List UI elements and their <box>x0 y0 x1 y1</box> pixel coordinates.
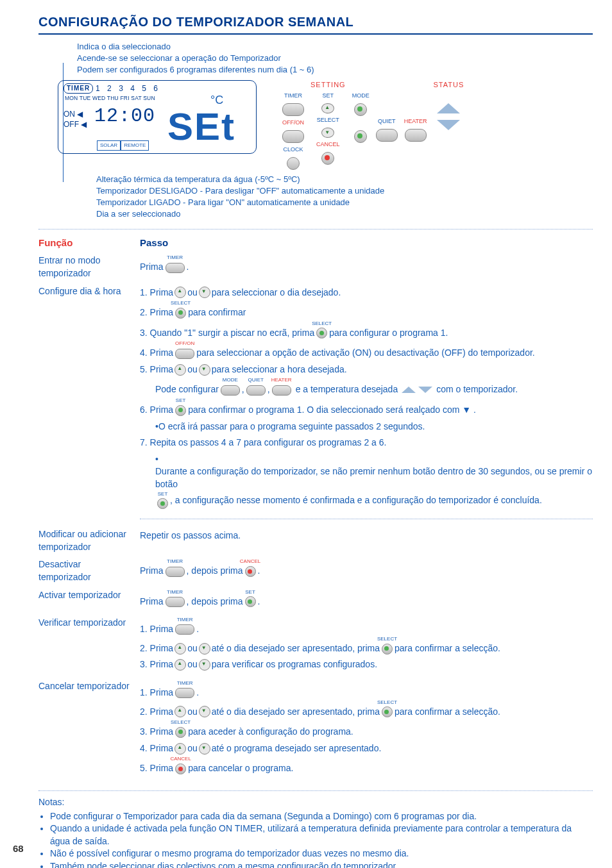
r1-end: . <box>187 261 189 274</box>
over-cancel2: CANCEL <box>170 755 191 762</box>
temp-down-icon[interactable] <box>418 387 432 393</box>
up-icon4[interactable] <box>174 659 186 671</box>
r7s2a: 2. Prima <box>140 706 173 719</box>
r2s5h: com o temporizador. <box>436 383 518 396</box>
lcd-timer-label: TIMER <box>64 83 93 94</box>
cp-timer-label: TIMER <box>284 93 302 99</box>
set-icon[interactable] <box>175 405 186 416</box>
temp-up-icon[interactable] <box>402 387 416 393</box>
r7s3a: 3. Prima <box>140 726 173 739</box>
quiet-button[interactable] <box>376 129 398 142</box>
heater-button[interactable] <box>405 129 427 142</box>
note-1: Pode configurar o Temporizador para cada… <box>50 810 593 823</box>
note-3: Não é possível configurar o mesmo progra… <box>50 847 593 860</box>
mode-icon[interactable] <box>221 385 240 396</box>
offon-button[interactable] <box>282 130 304 143</box>
r2s7b: Durante a configuração do temporizador, … <box>155 465 593 490</box>
over-timer3: TIMER <box>167 588 183 596</box>
r2s4a: 4. Prima <box>140 347 173 360</box>
down-icon6[interactable] <box>199 743 210 755</box>
up-icon6[interactable] <box>174 743 186 755</box>
temp-down-button[interactable] <box>437 120 460 130</box>
select-button[interactable] <box>354 130 367 143</box>
row-activate-label: Activar temporizador <box>38 587 140 615</box>
lcd-on: ON <box>64 110 75 119</box>
timer-button-inline[interactable] <box>166 263 185 273</box>
mode-button[interactable] <box>354 103 367 116</box>
cp-cancel-label: CANCEL <box>316 142 340 148</box>
clock-button[interactable] <box>287 157 300 170</box>
timer-button[interactable] <box>282 103 304 116</box>
down-icon[interactable] <box>199 287 210 298</box>
cancel-button[interactable] <box>321 152 334 165</box>
lcd-remote: REMOTE <box>121 140 149 150</box>
cancel-icon[interactable] <box>245 566 256 577</box>
cancel-icon2[interactable] <box>175 764 186 774</box>
r7s5b: para cancelar o programa. <box>188 762 293 775</box>
heater-icon[interactable] <box>272 385 291 396</box>
r1-prima: Prima <box>140 261 164 274</box>
offon-icon[interactable] <box>175 349 194 359</box>
down-button[interactable] <box>321 128 334 138</box>
over-cancel: CANCEL <box>240 558 260 565</box>
select-icon4[interactable] <box>382 706 393 717</box>
down-icon4[interactable] <box>199 659 210 671</box>
r2s6b: para confirmar o programa 1. O dia selec… <box>188 404 476 417</box>
r2s2a: 2. Prima <box>140 306 173 319</box>
over-set: SET <box>176 397 186 404</box>
r6s3c: para verificar os programas configurados… <box>212 658 377 671</box>
r2s5a: 5. Prima <box>140 363 173 376</box>
timer-icon4[interactable] <box>175 624 194 635</box>
r2s1c: para seleccionar o dia desejado. <box>212 287 341 299</box>
over-set2: SET <box>158 490 168 497</box>
over-select2: SELECT <box>312 320 332 327</box>
annot-thermal-shift: Alteração térmica da temperatura da água… <box>96 174 593 185</box>
r2s4b: para seleccionar a opção de activação (O… <box>196 347 535 360</box>
down-icon2[interactable] <box>199 364 210 376</box>
r2s3a: 3. Quando "1" surgir a piscar no ecrã, p… <box>140 327 314 340</box>
quiet-icon[interactable] <box>246 385 266 396</box>
over-select5: SELECT <box>171 719 191 726</box>
up-icon3[interactable] <box>174 643 186 655</box>
timer-icon3[interactable] <box>166 597 185 607</box>
set-icon2[interactable] <box>157 498 168 509</box>
cp-select-label: SELECT <box>317 117 339 124</box>
select-icon2[interactable] <box>316 328 327 338</box>
setting-header: SETTING <box>310 80 346 89</box>
annot-timer-off: Temporizador DESLIGADO - Para desligar "… <box>96 185 593 197</box>
select-icon[interactable] <box>175 308 186 319</box>
timer-icon5[interactable] <box>175 688 194 698</box>
r5c: . <box>258 596 260 608</box>
temp-up-button[interactable] <box>437 103 460 113</box>
r6s2c: até o dia desejado ser apresentado, prim… <box>212 642 380 655</box>
cp-offon-label: OFF/ON <box>282 120 304 126</box>
r7s2b: ou <box>187 706 198 719</box>
r6s1b: . <box>196 623 199 636</box>
r2s1a: 1. Prima <box>140 287 173 299</box>
set-icon3[interactable] <box>245 596 256 607</box>
divider2 <box>140 519 593 519</box>
up-button[interactable] <box>321 103 334 113</box>
lcd-programs: 1 2 3 4 5 6 <box>96 83 160 94</box>
r7s1: 1. Prima <box>140 687 173 699</box>
timer-icon2[interactable] <box>166 567 185 577</box>
r7s1b: . <box>196 687 199 699</box>
down-icon3[interactable] <box>199 643 210 655</box>
row-cancel-label: Cancelar temporizador <box>38 678 140 781</box>
cp-heater-label: HEATER <box>404 119 427 125</box>
notes-block: Notas: Pode configurar o Temporizador pa… <box>38 796 593 868</box>
r2s7: 7. Repita os passos 4 a 7 para configura… <box>140 437 593 449</box>
divider3 <box>38 790 593 791</box>
up-icon2[interactable] <box>174 364 186 376</box>
down-icon5[interactable] <box>199 706 210 717</box>
row-configure-label: Configure dia & hora <box>38 283 140 526</box>
select-icon5[interactable] <box>175 727 186 738</box>
over-mode: MODE <box>223 376 238 383</box>
over-quiet: QUIET <box>248 376 264 383</box>
select-icon3[interactable] <box>382 644 393 655</box>
up-icon5[interactable] <box>174 706 186 717</box>
up-icon[interactable] <box>174 287 186 298</box>
lcd-screen: TIMER 1 2 3 4 5 6 MON TUE WED THU FRI SA… <box>58 80 257 154</box>
r7s2d: para confirmar a selecção. <box>395 706 500 719</box>
r2s1b: ou <box>187 287 198 299</box>
